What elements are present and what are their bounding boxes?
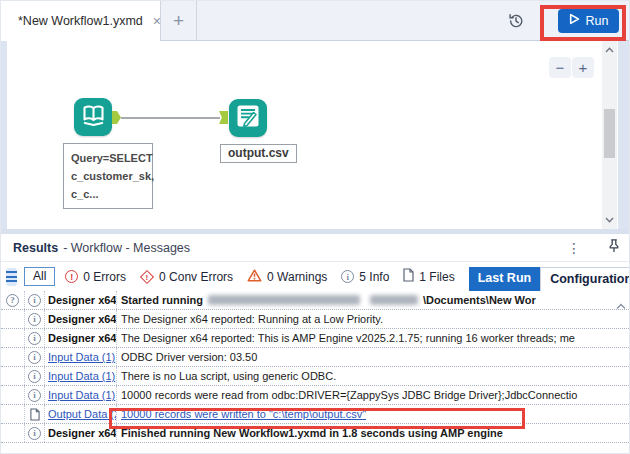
annotation-line: Query=SELECT (71, 150, 145, 168)
row-message: The Designer x64 reported: Running at a … (117, 310, 630, 328)
tab-configuration[interactable]: Configuration (540, 267, 630, 291)
table-row[interactable]: iInput Data (1)ODBC Driver version: 03.5… (1, 348, 630, 367)
canvas-right-edge (618, 41, 630, 229)
results-header: Results - Workflow - Messages ⋮ (1, 234, 630, 261)
run-button[interactable]: Run (558, 9, 619, 33)
tool-link[interactable]: Input Data (1) (48, 351, 115, 363)
annotation-line: c_customer_sk, (71, 168, 145, 186)
workflow-canvas[interactable]: Query=SELECT c_customer_sk, c_c... outpu… (1, 41, 630, 229)
table-row[interactable]: iInput Data (1)There is no Lua script, u… (1, 367, 630, 386)
scroll-up-icon[interactable] (604, 45, 615, 55)
info-icon: i (28, 332, 41, 345)
error-circle-icon: ! (65, 270, 78, 283)
tool-connection-line[interactable] (121, 117, 220, 119)
output-anchor[interactable] (112, 111, 121, 124)
filter-warnings[interactable]: 0 Warnings (247, 269, 327, 285)
play-icon (569, 13, 580, 28)
filter-files-label: 1 Files (419, 270, 454, 284)
table-row[interactable]: iInput Data (1)10000 records were read f… (1, 386, 630, 405)
row-source: Input Data (1) (45, 386, 117, 404)
table-row[interactable]: Output Data (2)10000 records were writte… (1, 405, 630, 424)
row-source: Input Data (1) (45, 367, 117, 385)
file-icon (30, 408, 40, 421)
pin-icon[interactable] (607, 238, 621, 257)
filter-info[interactable]: i 5 Info (341, 270, 389, 284)
results-title: Results (13, 241, 58, 255)
tool-link[interactable]: Input Data (1) (48, 389, 115, 401)
row-status-icon-cell: i (25, 310, 45, 328)
message-text: Finished running New Workflow1.yxmd in 1… (121, 427, 503, 439)
row-message: The Designer x64 reported: This is AMP E… (117, 329, 630, 347)
filter-conv-errors[interactable]: ! 0 Conv Errors (140, 270, 233, 284)
row-gutter (1, 405, 25, 423)
row-gutter (1, 367, 25, 385)
tool-link[interactable]: Input Data (1) (48, 370, 115, 382)
row-gutter: ? (1, 291, 25, 309)
info-icon: i (28, 294, 41, 307)
message-text: \Documents\New Wor (423, 294, 536, 306)
plus-icon: + (173, 10, 184, 32)
row-status-icon-cell: i (25, 367, 45, 385)
row-source: Designer x64 (45, 310, 117, 328)
redacted-text-blur (208, 295, 360, 305)
tab-last-run[interactable]: Last Run (469, 267, 540, 291)
row-message: There is no Lua script, using generic OD… (117, 367, 630, 385)
table-row[interactable]: iDesigner x64Finished running New Workfl… (1, 424, 630, 443)
input-data-tool[interactable] (74, 98, 112, 136)
message-text: The Designer x64 reported: This is AMP E… (121, 332, 575, 344)
message-list-icon[interactable] (6, 268, 17, 286)
scrollbar-thumb[interactable] (604, 109, 615, 158)
filter-files[interactable]: 1 Files (403, 268, 454, 285)
output-data-file-icon (234, 102, 262, 134)
filter-all-button[interactable]: All (24, 267, 55, 286)
source-label: Designer x64 (48, 294, 116, 306)
row-source: Input Data (1) (45, 348, 117, 366)
filter-errors[interactable]: ! 0 Errors (65, 270, 126, 284)
run-button-label: Run (586, 14, 609, 28)
scroll-down-icon[interactable] (604, 215, 615, 225)
grid-scroll-up-icon[interactable] (616, 296, 626, 314)
results-panel: Results - Workflow - Messages ⋮ All ! 0 … (1, 229, 630, 454)
workflow-tab-title: *New Workflow1.yxmd (18, 14, 143, 28)
info-icon: i (28, 370, 41, 383)
results-subtitle: - Workflow - Messages (63, 241, 190, 255)
row-gutter (1, 386, 25, 404)
document-tab-bar: *New Workflow1.yxmd × + Run (1, 1, 630, 41)
annotation-line: c_c... (71, 186, 145, 204)
info-icon: i (28, 389, 41, 402)
message-text: ODBC Driver version: 03.50 (121, 351, 257, 363)
row-message: Finished running New Workflow1.yxmd in 1… (117, 424, 630, 442)
kebab-menu-icon[interactable]: ⋮ (567, 240, 581, 256)
input-anchor[interactable] (219, 111, 228, 124)
message-text: There is no Lua script, using generic OD… (121, 370, 336, 382)
info-circle-icon: i (341, 270, 354, 283)
filter-conv-errors-label: 0 Conv Errors (159, 270, 233, 284)
message-text: 10000 records were read from odbc:DRIVER… (121, 389, 577, 401)
row-source: Designer x64 (45, 329, 117, 347)
row-gutter (1, 424, 25, 442)
new-tab-button[interactable]: + (161, 1, 197, 41)
row-status-icon-cell: i (25, 291, 45, 309)
canvas-vertical-scrollbar[interactable] (602, 41, 617, 229)
message-link[interactable]: 10000 records were written to "c:\temp\o… (121, 408, 366, 420)
zoom-in-button[interactable]: + (572, 57, 594, 78)
output-data-tool[interactable] (229, 99, 267, 137)
input-data-book-icon (80, 103, 107, 132)
source-label: Designer x64 (48, 427, 116, 439)
schedule-history-icon[interactable] (507, 12, 525, 30)
tool-link[interactable]: Output Data (2) (48, 408, 117, 420)
close-icon[interactable]: × (153, 13, 161, 29)
table-row[interactable]: ?iDesigner x64Started running \Documents… (1, 291, 630, 310)
table-row[interactable]: iDesigner x64The Designer x64 reported: … (1, 329, 630, 348)
table-row[interactable]: iDesigner x64The Designer x64 reported: … (1, 310, 630, 329)
info-icon: i (28, 351, 41, 364)
row-status-icon-cell (25, 405, 45, 423)
workflow-tab[interactable]: *New Workflow1.yxmd × (1, 1, 161, 41)
tool-annotation[interactable]: Query=SELECT c_customer_sk, c_c... (63, 143, 153, 209)
canvas-left-edge (1, 41, 7, 229)
info-icon: i (28, 313, 41, 326)
zoom-out-button[interactable]: − (549, 57, 571, 78)
output-file-label[interactable]: output.csv (220, 144, 297, 163)
filter-info-label: 5 Info (359, 270, 389, 284)
row-source: Designer x64 (45, 291, 117, 309)
